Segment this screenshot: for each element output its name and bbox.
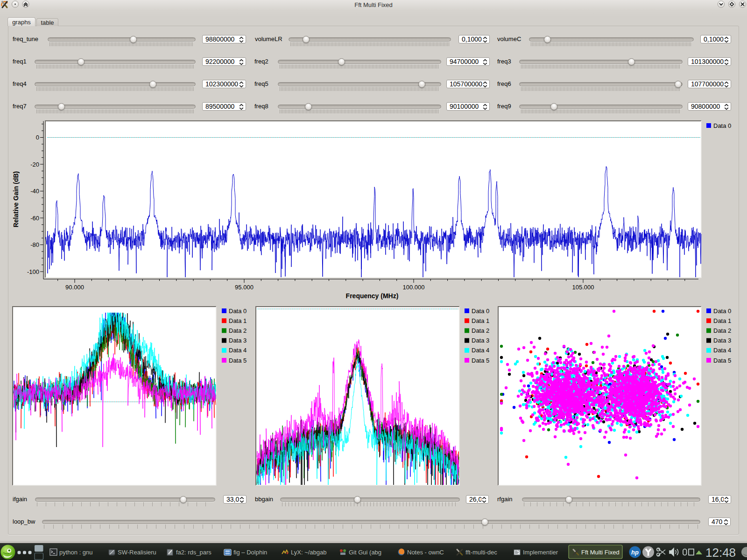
svg-text:hp: hp <box>631 549 639 556</box>
